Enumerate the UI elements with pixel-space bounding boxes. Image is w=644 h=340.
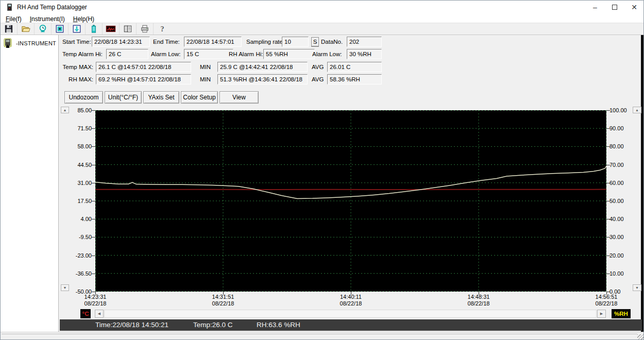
tick-mark	[92, 183, 95, 183]
y-left-tick-label: 31.00	[68, 180, 92, 186]
right-axis-scroll-down-button[interactable]: ▼	[633, 284, 641, 291]
battery-icon	[89, 24, 98, 33]
time-setup-button[interactable]	[35, 23, 52, 35]
tick-mark	[606, 165, 610, 165]
y-left-tick-label: 85.00	[68, 107, 92, 114]
status-bar-panel	[2, 334, 637, 340]
menu-item-instrument[interactable]: Instrument(I)	[26, 15, 69, 23]
unit-button[interactable]: Unit(°C/°F)	[105, 91, 142, 104]
instrument-download-button[interactable]	[52, 23, 69, 35]
close-button[interactable]: ✕	[624, 1, 644, 14]
tick-mark	[92, 201, 95, 201]
temp-max-field: 26.1 C @14:57:01 22/08/18	[96, 62, 191, 72]
y-left-tick-label: -23.00	[68, 252, 92, 259]
tick-mark	[606, 274, 610, 274]
svg-text:?: ?	[160, 25, 164, 33]
tick-mark	[92, 110, 95, 111]
x-scroll-left-button[interactable]: ◀	[95, 310, 104, 318]
color-setup-button[interactable]: Color Setup	[181, 91, 218, 104]
y-right-tick-label: 40.00	[609, 216, 633, 223]
x-tick-label: 14:23:3108/22/18	[76, 294, 114, 307]
tick-mark	[92, 146, 95, 147]
resize-grip[interactable]	[637, 334, 643, 340]
datano-field: 202	[347, 37, 382, 47]
menu-item-help[interactable]: Help(H)	[69, 15, 98, 23]
rh-avg-label: AVG	[312, 74, 324, 84]
temp-avg-field: 26.01 C	[327, 62, 382, 72]
tick-mark	[92, 128, 95, 129]
sidebar-item-instrument[interactable]: -INSTRUMENT	[4, 38, 56, 48]
download-data-button[interactable]	[69, 23, 86, 35]
print-button[interactable]	[137, 23, 154, 35]
y-right-tick-label: 90.00	[609, 125, 633, 132]
x-scroll-right-button[interactable]: ▶	[597, 310, 606, 318]
instrument-download-icon	[55, 24, 64, 33]
y-right-tick-label: 70.00	[609, 162, 633, 168]
y-right-tick-label: 80.00	[609, 143, 633, 150]
y-right-tick-label: 50.00	[609, 198, 633, 205]
undozoom-button[interactable]: Undozoom	[64, 91, 103, 104]
rh-min-label: MIN	[200, 74, 211, 84]
help-icon: ?	[158, 24, 167, 33]
open-button[interactable]	[18, 23, 35, 35]
tick-mark	[92, 274, 95, 274]
temp-min-field: 25.9 C @14:42:41 22/08/18	[217, 62, 308, 72]
cursor-time: Time:22/08/18 14:50:21	[95, 319, 168, 331]
rh-alarm-hi-label: RH Alarm Hi:	[229, 49, 263, 59]
menu-item-file[interactable]: File(f)	[2, 15, 26, 23]
left-axis-scroll-up-button[interactable]: ▲	[61, 107, 69, 113]
temp-alarm-hi-field: 26 C	[106, 49, 148, 59]
temp-min-label: MIN	[200, 62, 211, 72]
temp-alarm-hi-label: Temp Alarm Hi:	[62, 49, 103, 59]
tick-mark	[351, 292, 351, 295]
save-button[interactable]	[1, 23, 18, 35]
titlebar: RH And Temp Datalogger – ✕	[1, 1, 644, 14]
y-left-tick-label: 4.00	[68, 216, 92, 223]
battery-status-button[interactable]	[86, 23, 103, 35]
chart-toolbar: UndozoomUnit(°C/°F)YAxis SetColor SetupV…	[64, 91, 260, 104]
rh-alarm-hi-field: 55 %RH	[263, 49, 315, 59]
app-icon	[6, 3, 13, 11]
tick-mark	[92, 165, 95, 165]
s-button[interactable]: S	[311, 37, 319, 47]
tick-mark	[606, 237, 610, 237]
save-icon	[4, 24, 13, 33]
start-time-label: Start Time:	[62, 37, 91, 47]
temp-series-line	[95, 190, 606, 190]
x-tick-label: 14:31:5108/22/18	[204, 294, 242, 307]
instrument-icon	[4, 38, 13, 48]
right-axis-scroll-up-button[interactable]: ▲	[633, 107, 641, 113]
tick-mark	[92, 256, 95, 256]
chart-plot[interactable]	[95, 110, 606, 292]
x-scrollbar-track[interactable]	[104, 310, 597, 318]
tick-mark	[223, 292, 224, 295]
minimize-button[interactable]: –	[585, 1, 605, 14]
sidebar-item-label: -INSTRUMENT	[16, 40, 56, 46]
tick-mark	[606, 146, 610, 147]
tick-mark	[92, 219, 95, 219]
data-list-button[interactable]	[120, 23, 137, 35]
temp-unit-badge: °C	[80, 309, 91, 318]
about-button[interactable]: ?	[154, 23, 171, 35]
rh-max-label: RH MAX:	[57, 74, 93, 84]
end-time-field: 22/08/18 14:57:01	[184, 37, 242, 47]
left-axis-scroll-down-button[interactable]: ▼	[61, 284, 69, 291]
printer-icon	[140, 24, 149, 33]
x-tick-label: 14:48:3108/22/18	[460, 294, 498, 307]
tick-mark	[606, 292, 610, 292]
data-list-icon	[123, 24, 132, 33]
view-button[interactable]: View	[219, 91, 259, 104]
rh-alarm-low-field: 30 %RH	[347, 49, 382, 59]
y-left-tick-label: 44.50	[68, 162, 92, 168]
download-arrow-icon	[72, 24, 81, 33]
x-tick-label: 14:56:5108/22/18	[587, 294, 625, 307]
maximize-button[interactable]	[604, 1, 625, 14]
sampling-rate-field: 10	[282, 37, 309, 47]
tick-mark	[606, 219, 610, 219]
temp-alarm-low-label: Alarm Low:	[151, 49, 181, 59]
view-curve-button[interactable]	[103, 23, 120, 35]
rh-max-field: 69.2 %RH @14:57:01 22/08/18	[96, 74, 191, 84]
menu-bar: File(f)Instrument(I)Help(H)	[1, 14, 644, 23]
yaxis-set-button[interactable]: YAxis Set	[143, 91, 179, 104]
tick-mark	[606, 110, 610, 111]
